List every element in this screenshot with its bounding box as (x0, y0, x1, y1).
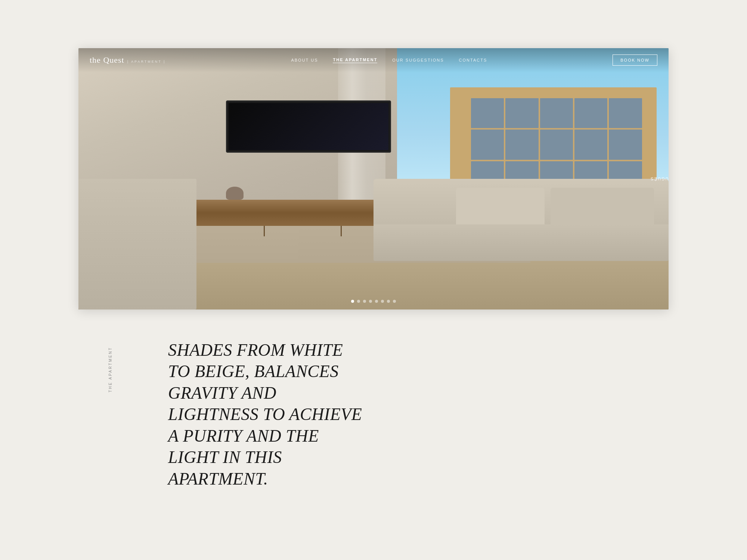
content-section: THE APARTMENT SHADES FROM WHITE TO BEIGE… (78, 309, 669, 512)
quote-text: SHADES FROM WHITE TO BEIGE, BALANCES GRA… (168, 339, 362, 490)
logo: the Quest | APARTMENT | (90, 55, 165, 65)
building-window (540, 130, 573, 160)
carousel-dot-4[interactable] (369, 300, 372, 303)
hero-container: PORTUGUÊS the Quest | APARTMENT | ABOUT … (78, 48, 669, 309)
console-leg (264, 226, 265, 236)
carousel-dot-6[interactable] (381, 300, 384, 303)
sofa-cushion (456, 188, 545, 229)
carousel-dot-7[interactable] (387, 300, 390, 303)
building-window (505, 130, 538, 160)
carousel-dots (351, 300, 396, 303)
building-window (471, 98, 504, 128)
sofa-seat (374, 224, 669, 261)
carousel-dot-3[interactable] (363, 300, 366, 303)
building-window (471, 130, 504, 160)
nav-apartment[interactable]: THE APARTMENT (333, 57, 377, 63)
building-window (540, 98, 573, 128)
decor-vase (226, 187, 244, 200)
carousel-dot-8[interactable] (393, 300, 396, 303)
nav-about[interactable]: ABOUT US (291, 58, 318, 62)
hero-image: PORTUGUÊS the Quest | APARTMENT | ABOUT … (78, 48, 669, 309)
navbar: the Quest | APARTMENT | ABOUT US THE APA… (78, 48, 669, 72)
page-wrapper: PORTUGUÊS the Quest | APARTMENT | ABOUT … (78, 48, 669, 512)
building-window (505, 98, 538, 128)
console-leg (341, 226, 342, 236)
logo-sub-text: | APARTMENT | (127, 60, 166, 63)
sofa-foreground (78, 179, 196, 309)
logo-main-text[interactable]: the Quest (90, 55, 124, 65)
carousel-dot-5[interactable] (375, 300, 378, 303)
tv (226, 100, 391, 153)
side-label: THE APARTMENT (108, 347, 112, 392)
sofa-cushion (551, 188, 654, 229)
book-now-button[interactable]: BOOK NOW (613, 55, 657, 66)
quote-block: SHADES FROM WHITE TO BEIGE, BALANCES GRA… (168, 339, 362, 490)
building-window (609, 130, 642, 160)
sofa (374, 179, 669, 270)
building-window (609, 98, 642, 128)
building-window (574, 130, 607, 160)
language-label[interactable]: PORTUGUÊS (650, 177, 669, 181)
nav-links: ABOUT US THE APARTMENT OUR SUGGESTIONS C… (165, 57, 613, 63)
nav-suggestions[interactable]: OUR SUGGESTIONS (392, 58, 444, 62)
nav-contacts[interactable]: CONTACTS (459, 58, 487, 62)
building-window (574, 98, 607, 128)
tv-screen (229, 103, 388, 150)
carousel-dot-1[interactable] (351, 300, 354, 303)
carousel-dot-2[interactable] (357, 300, 360, 303)
